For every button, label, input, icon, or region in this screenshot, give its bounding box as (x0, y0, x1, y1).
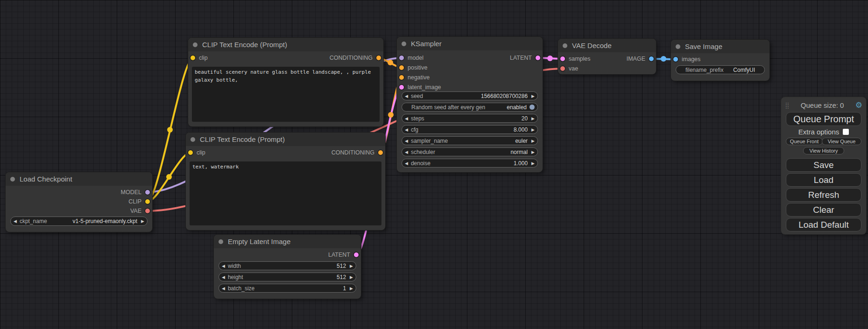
node-load-checkpoint[interactable]: Load Checkpoint MODEL CLIP VAE ◀ ckpt_na… (6, 172, 152, 232)
output-slot-clip[interactable]: CLIP (128, 197, 150, 206)
queue-front-button[interactable]: Queue Front (786, 138, 823, 145)
model-port-icon[interactable] (399, 56, 404, 60)
increment-arrow-icon[interactable]: ▶ (531, 116, 535, 121)
increment-arrow-icon[interactable]: ▶ (531, 139, 535, 143)
latent-port-icon[interactable] (354, 252, 359, 257)
decrement-arrow-icon[interactable]: ◀ (405, 150, 408, 154)
model-port-icon[interactable] (145, 190, 150, 195)
settings-gear-icon[interactable]: ⚙ (855, 100, 862, 110)
clip-port-icon[interactable] (145, 199, 150, 204)
input-slot-positive[interactable]: positive (399, 63, 427, 72)
widget-random-seed-toggle[interactable]: Random seed after every gen enabled (402, 103, 538, 112)
save-button[interactable]: Save (786, 158, 861, 172)
decrement-arrow-icon[interactable]: ◀ (405, 139, 408, 143)
node-clip-text-encode-negative[interactable]: CLIP Text Encode (Prompt) clip CONDITION… (186, 133, 385, 230)
widget-denoise[interactable]: ◀ denoise 1.000 ▶ (402, 159, 538, 168)
link-midpoint-dot[interactable] (166, 174, 172, 180)
view-queue-button[interactable]: View Queue (822, 138, 861, 145)
conditioning-port-icon[interactable] (378, 150, 383, 155)
widget-batch-size[interactable]: ◀ batch_size 1 ▶ (219, 284, 356, 293)
widget-cfg[interactable]: ◀ cfg 8.000 ▶ (402, 125, 538, 134)
link-midpoint-dot[interactable] (388, 112, 394, 118)
collapse-dot-icon[interactable] (563, 43, 567, 48)
collapse-dot-icon[interactable] (676, 44, 680, 49)
vae-port-icon[interactable] (145, 209, 150, 213)
decrement-arrow-icon[interactable]: ◀ (222, 275, 225, 280)
node-title-bar[interactable]: VAE Decode (558, 39, 656, 52)
conditioning-port-icon[interactable] (399, 65, 404, 70)
increment-arrow-icon[interactable]: ▶ (350, 264, 353, 268)
output-slot-conditioning[interactable]: CONDITIONING (332, 148, 383, 157)
node-title-bar[interactable]: KSampler (397, 37, 543, 50)
latent-port-icon[interactable] (536, 56, 540, 60)
input-slot-latent-image[interactable]: latent_image (399, 83, 441, 92)
widget-height[interactable]: ◀ height 512 ▶ (219, 273, 356, 281)
input-slot-images[interactable]: images (673, 55, 700, 64)
widget-width[interactable]: ◀ width 512 ▶ (219, 261, 356, 270)
link-midpoint-dot[interactable] (547, 56, 553, 61)
input-slot-clip[interactable]: clip (191, 53, 208, 63)
increment-arrow-icon[interactable]: ▶ (141, 219, 144, 224)
decrement-arrow-icon[interactable]: ◀ (405, 127, 408, 132)
node-title-bar[interactable]: CLIP Text Encode (Prompt) (188, 38, 383, 51)
comfyui-canvas[interactable]: { "colors": { "model": "#b39ddb", "clip"… (0, 0, 868, 329)
decrement-arrow-icon[interactable]: ◀ (222, 264, 225, 268)
collapse-dot-icon[interactable] (191, 137, 195, 142)
decrement-arrow-icon[interactable]: ◀ (14, 219, 17, 224)
link-midpoint-dot[interactable] (167, 127, 173, 133)
increment-arrow-icon[interactable]: ▶ (350, 286, 353, 291)
latent-port-icon[interactable] (560, 56, 565, 61)
widget-scheduler[interactable]: ◀ scheduler normal ▶ (402, 147, 538, 156)
refresh-button[interactable]: Refresh (786, 188, 861, 202)
widget-ckpt-name[interactable]: ◀ ckpt_name v1-5-pruned-emaonly.ckpt ▶ (10, 217, 148, 226)
output-slot-vae[interactable]: VAE (130, 206, 150, 216)
node-title-bar[interactable]: Load Checkpoint (6, 172, 152, 186)
widget-sampler-name[interactable]: ◀ sampler_name euler ▶ (402, 136, 538, 145)
extra-options-checkbox[interactable] (843, 129, 849, 135)
clip-port-icon[interactable] (188, 150, 193, 155)
output-slot-image[interactable]: IMAGE (627, 54, 654, 63)
output-slot-latent[interactable]: LATENT (510, 53, 540, 63)
decrement-arrow-icon[interactable]: ◀ (405, 116, 408, 121)
increment-arrow-icon[interactable]: ▶ (531, 127, 535, 132)
load-default-button[interactable]: Load Default (786, 218, 861, 231)
increment-arrow-icon[interactable]: ▶ (531, 150, 535, 154)
decrement-arrow-icon[interactable]: ◀ (405, 94, 408, 98)
collapse-dot-icon[interactable] (219, 239, 223, 244)
link-midpoint-dot[interactable] (388, 60, 393, 65)
conditioning-port-icon[interactable] (399, 75, 404, 80)
prompt-text-widget[interactable]: text, watermark (190, 161, 381, 225)
queue-prompt-button[interactable]: Queue Prompt (786, 112, 861, 126)
prompt-text-widget[interactable]: beautiful scenery nature glass bottle la… (192, 67, 380, 122)
output-slot-conditioning[interactable]: CONDITIONING (330, 53, 381, 63)
toggle-on-icon[interactable] (529, 105, 535, 110)
clip-port-icon[interactable] (191, 56, 195, 60)
collapse-dot-icon[interactable] (193, 42, 198, 47)
widget-seed[interactable]: ◀ seed 156680208700286 ▶ (402, 91, 538, 100)
node-vae-decode[interactable]: VAE Decode samples IMAGE vae (558, 39, 656, 74)
increment-arrow-icon[interactable]: ▶ (350, 275, 353, 280)
output-slot-model[interactable]: MODEL (121, 188, 150, 197)
node-save-image[interactable]: Save Image images filename_prefix ComfyU… (671, 40, 769, 81)
widget-filename-prefix[interactable]: filename_prefix ComfyUI (676, 65, 765, 74)
vae-port-icon[interactable] (560, 66, 565, 71)
increment-arrow-icon[interactable]: ▶ (531, 94, 535, 98)
widget-steps[interactable]: ◀ steps 20 ▶ (402, 114, 538, 123)
node-clip-text-encode-positive[interactable]: CLIP Text Encode (Prompt) clip CONDITION… (188, 38, 383, 126)
node-title-bar[interactable]: Empty Latent Image (214, 235, 361, 248)
input-slot-negative[interactable]: negative (399, 73, 430, 82)
load-button[interactable]: Load (786, 173, 861, 187)
input-slot-model[interactable]: model (399, 53, 423, 63)
decrement-arrow-icon[interactable]: ◀ (405, 161, 408, 166)
node-ksampler[interactable]: KSampler model LATENT positive negative … (397, 37, 543, 172)
clear-button[interactable]: Clear (786, 203, 861, 217)
input-slot-samples[interactable]: samples (560, 54, 591, 63)
image-port-icon[interactable] (649, 56, 654, 61)
input-slot-clip[interactable]: clip (188, 148, 205, 157)
view-history-button[interactable]: View History (803, 147, 844, 154)
output-slot-latent[interactable]: LATENT (328, 250, 359, 259)
increment-arrow-icon[interactable]: ▶ (531, 161, 535, 166)
image-port-icon[interactable] (673, 57, 678, 62)
drag-handle-icon[interactable]: ⣿ (785, 102, 790, 109)
input-slot-vae[interactable]: vae (560, 64, 578, 73)
